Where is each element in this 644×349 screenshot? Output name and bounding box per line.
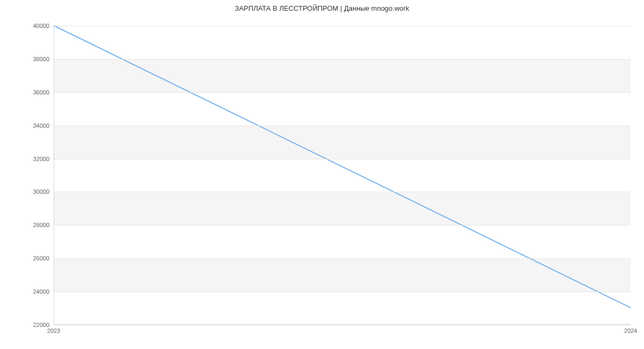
y-tick-label: 26000 [6, 255, 49, 261]
gridline [54, 292, 631, 292]
gridline [54, 325, 631, 325]
gridline [54, 26, 631, 26]
x-tick-label: 2024 [624, 328, 637, 334]
plot-area [54, 26, 631, 325]
y-tick-label: 36000 [6, 89, 49, 96]
y-tick-label: 40000 [6, 23, 49, 29]
y-tick-label: 32000 [6, 156, 49, 162]
y-tick-label: 38000 [6, 56, 49, 62]
y-tick-label: 28000 [6, 222, 49, 228]
gridline [54, 192, 631, 192]
gridline [54, 225, 631, 226]
x-tick-label: 2023 [47, 328, 60, 334]
line-series [54, 26, 631, 324]
chart-container: ЗАРПЛАТА В ЛЕССТРОЙПРОМ | Данные mnogo.w… [0, 0, 644, 349]
gridline [54, 258, 631, 259]
gridline [54, 126, 631, 126]
gridline [54, 92, 631, 93]
y-tick-label: 34000 [6, 122, 49, 129]
y-tick-label: 22000 [6, 322, 49, 328]
y-tick-label: 30000 [6, 188, 49, 195]
series-path [54, 26, 631, 308]
chart-title: ЗАРПЛАТА В ЛЕССТРОЙПРОМ | Данные mnogo.w… [0, 4, 644, 12]
y-tick-label: 24000 [6, 288, 49, 295]
gridline [54, 59, 631, 60]
gridline [54, 159, 631, 159]
